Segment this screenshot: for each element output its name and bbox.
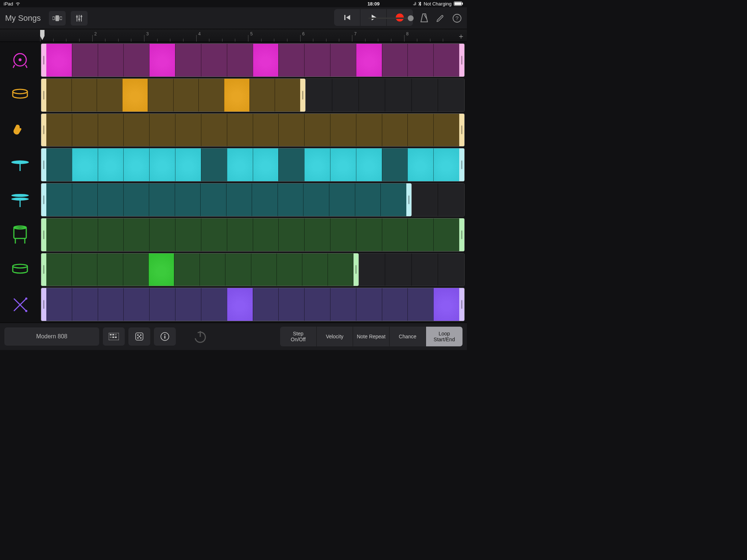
step[interactable] (433, 114, 459, 147)
step[interactable] (227, 288, 253, 321)
mode-velocity[interactable]: Velocity (317, 327, 353, 346)
step[interactable] (252, 183, 278, 216)
step[interactable] (175, 288, 201, 321)
rewind-button[interactable] (334, 9, 360, 26)
step[interactable] (227, 148, 253, 181)
step[interactable] (46, 183, 72, 216)
step[interactable] (276, 253, 302, 286)
loop-end-handle[interactable] (459, 148, 464, 181)
step[interactable] (201, 288, 227, 321)
step[interactable] (275, 79, 300, 112)
pattern-grid-button[interactable] (103, 327, 125, 346)
step[interactable] (382, 44, 408, 77)
step[interactable] (303, 183, 329, 216)
step[interactable] (71, 253, 97, 286)
instrument-hihat-open-icon[interactable] (0, 182, 40, 217)
step[interactable] (407, 288, 433, 321)
step[interactable] (201, 148, 227, 181)
step[interactable] (46, 148, 72, 181)
lane-hihat-closed[interactable] (41, 148, 465, 182)
step[interactable] (175, 44, 201, 77)
inactive-step[interactable] (332, 79, 359, 112)
step[interactable] (330, 288, 356, 321)
step[interactable] (278, 114, 304, 147)
step[interactable] (201, 44, 227, 77)
step[interactable] (382, 288, 408, 321)
step[interactable] (433, 44, 459, 77)
step[interactable] (227, 44, 253, 77)
step[interactable] (304, 218, 330, 251)
step[interactable] (46, 253, 71, 286)
step[interactable] (382, 114, 408, 147)
step[interactable] (71, 79, 97, 112)
step[interactable] (72, 288, 98, 321)
step[interactable] (122, 79, 148, 112)
loop-end-handle[interactable] (300, 79, 305, 112)
step[interactable] (98, 218, 124, 251)
step[interactable] (201, 114, 227, 147)
step[interactable] (149, 114, 175, 147)
step[interactable] (149, 44, 175, 77)
inactive-step[interactable] (306, 79, 332, 112)
step[interactable] (382, 148, 408, 181)
step[interactable] (302, 253, 328, 286)
step[interactable] (380, 183, 406, 216)
step[interactable] (382, 218, 408, 251)
inactive-step[interactable] (411, 79, 438, 112)
step[interactable] (198, 79, 224, 112)
inactive-step[interactable] (411, 253, 438, 286)
loop-start-handle[interactable] (41, 183, 46, 216)
loop-end-handle[interactable] (459, 218, 464, 251)
step[interactable] (46, 44, 72, 77)
step[interactable] (253, 218, 279, 251)
step[interactable] (278, 44, 304, 77)
step[interactable] (356, 288, 382, 321)
step[interactable] (72, 114, 98, 147)
settings-button[interactable] (436, 14, 445, 23)
instrument-clap-icon[interactable] (0, 112, 40, 147)
lane-tom2[interactable] (41, 253, 359, 287)
add-bars-button[interactable]: ＋ (457, 31, 465, 41)
step[interactable] (251, 253, 276, 286)
step[interactable] (329, 183, 355, 216)
instrument-tom2-icon[interactable] (0, 253, 40, 288)
lane-clap[interactable] (41, 113, 465, 147)
step[interactable] (149, 288, 175, 321)
timeline-ruler[interactable]: 12345678 ＋ (0, 29, 467, 42)
lane-snare[interactable] (41, 78, 306, 112)
inactive-step[interactable] (359, 79, 385, 112)
step[interactable] (278, 288, 304, 321)
step[interactable] (123, 114, 149, 147)
step[interactable] (46, 218, 72, 251)
step[interactable] (356, 218, 382, 251)
step[interactable] (98, 288, 124, 321)
step[interactable] (72, 218, 98, 251)
power-button[interactable] (187, 326, 213, 347)
step[interactable] (72, 148, 98, 181)
step[interactable] (304, 44, 330, 77)
step[interactable] (46, 288, 72, 321)
step[interactable] (253, 44, 279, 77)
step[interactable] (123, 183, 149, 216)
inactive-step[interactable] (385, 79, 411, 112)
step[interactable] (201, 218, 227, 251)
step[interactable] (253, 148, 279, 181)
step[interactable] (149, 148, 175, 181)
step[interactable] (356, 114, 382, 147)
mode-chance[interactable]: Chance (390, 327, 426, 346)
step[interactable] (278, 218, 304, 251)
step[interactable] (72, 183, 98, 216)
lane-hihat-open[interactable] (41, 183, 412, 217)
step[interactable] (226, 183, 252, 216)
step[interactable] (200, 183, 226, 216)
step[interactable] (175, 218, 201, 251)
step[interactable] (407, 218, 433, 251)
loop-end-handle[interactable] (406, 183, 411, 216)
step[interactable] (98, 114, 124, 147)
my-songs-button[interactable]: My Songs (5, 13, 41, 23)
step[interactable] (407, 148, 433, 181)
step[interactable] (123, 44, 149, 77)
step[interactable] (200, 253, 225, 286)
step[interactable] (304, 114, 330, 147)
step[interactable] (149, 218, 175, 251)
